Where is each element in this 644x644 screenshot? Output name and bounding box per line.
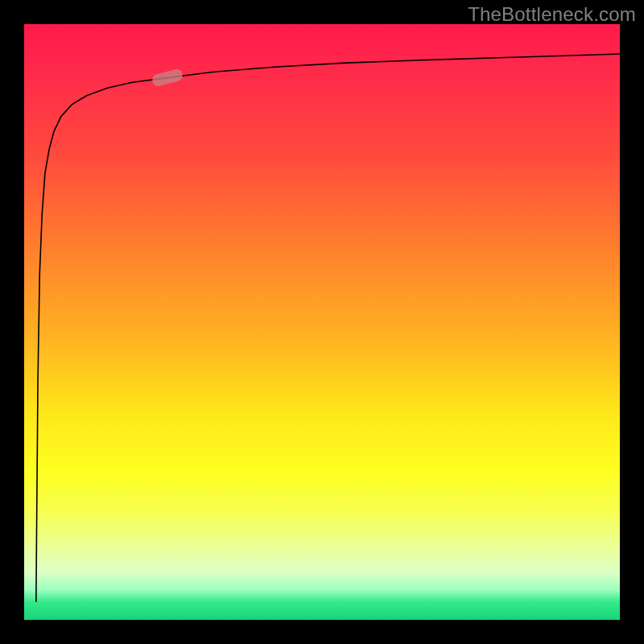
curve-marker <box>151 68 184 87</box>
bottleneck-curve <box>24 24 620 620</box>
chart-frame: TheBottleneck.com <box>0 0 644 644</box>
plot-area <box>24 24 620 620</box>
watermark-label: TheBottleneck.com <box>468 3 636 26</box>
